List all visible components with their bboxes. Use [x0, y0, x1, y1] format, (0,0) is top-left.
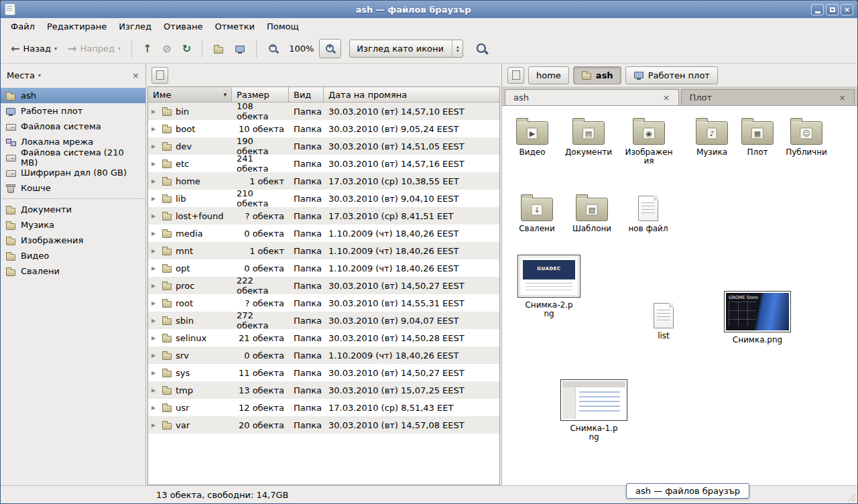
search-button[interactable] — [471, 40, 492, 58]
expander-icon[interactable]: ▶ — [151, 109, 158, 115]
sidebar-item-encrypted-80gb[interactable]: Шифриран дял (80 GB) — [1, 165, 145, 180]
table-row[interactable]: ▶dev190 обектаПапка30.03.2010 (вт) 14,51… — [148, 137, 499, 155]
menu-item[interactable]: Отиване — [158, 19, 208, 34]
table-row[interactable]: ▶selinux21 обектаПапка30.03.2010 (вт) 14… — [148, 329, 499, 346]
column-header-modified[interactable]: Дата на промяна — [324, 87, 499, 103]
reload-button[interactable]: ↻ — [178, 40, 196, 58]
expander-icon[interactable]: ▶ — [151, 335, 158, 341]
sidebar-item-desktop[interactable]: Работен плот — [1, 103, 145, 119]
forward-button[interactable]: → Напред ▾ — [63, 40, 125, 58]
menu-item[interactable]: Отметки — [208, 19, 260, 34]
icon-item[interactable]: Снимка-1.png — [557, 379, 631, 442]
icon-item[interactable]: ↓Свалени — [510, 193, 564, 233]
column-header-name[interactable]: Име ▾ — [148, 87, 232, 103]
minimize-button[interactable] — [811, 4, 824, 15]
expander-icon[interactable]: ▶ — [151, 318, 158, 324]
expander-icon[interactable]: ▶ — [151, 283, 158, 289]
icon-item[interactable]: ▧Шаблони — [565, 193, 619, 233]
table-row[interactable]: ▶opt0 обектаПапка1.10.2009 (чт) 18,40,26… — [148, 259, 499, 277]
expander-icon[interactable]: ▶ — [151, 300, 158, 306]
icon-item[interactable]: ▦Плот — [731, 117, 784, 157]
icon-item[interactable]: ☺Публични — [780, 117, 833, 157]
icon-item[interactable]: ◉Изображения — [620, 117, 678, 166]
expander-icon[interactable]: ▶ — [151, 353, 158, 359]
table-row[interactable]: ▶tmp13 обектаПапка30.03.2010 (вт) 15,07,… — [148, 381, 499, 399]
sidebar-item-ash[interactable]: ash — [1, 88, 145, 103]
column-header-size[interactable]: Размер — [232, 87, 289, 103]
menu-item[interactable]: Помощ — [261, 19, 305, 34]
table-row[interactable]: ▶sbin272 обектаПапка30.03.2010 (вт) 9,04… — [148, 312, 499, 329]
tab-close-icon[interactable]: × — [839, 92, 846, 103]
expander-icon[interactable]: ▶ — [151, 231, 158, 237]
sidebar-item-downloads[interactable]: Свалени — [1, 263, 145, 279]
column-header-type[interactable]: Вид — [289, 87, 324, 103]
close-button[interactable]: × — [841, 4, 853, 15]
chevron-down-icon[interactable]: ▾ — [118, 46, 121, 52]
menu-item[interactable]: Изглед — [113, 19, 158, 34]
home-button[interactable] — [208, 40, 229, 58]
expander-icon[interactable]: ▶ — [151, 126, 158, 132]
icon-item[interactable]: нов файл — [621, 193, 675, 233]
breadcrumb-button[interactable]: ash — [573, 66, 621, 84]
table-row[interactable]: ▶srv0 обектаПапка1.10.2009 (чт) 18,40,26… — [148, 346, 499, 364]
sidebar-item-video[interactable]: Видео — [1, 248, 145, 263]
sidebar-item-trash[interactable]: Кошче — [1, 180, 145, 196]
computer-button[interactable] — [230, 40, 250, 58]
tab-close-icon[interactable]: × — [663, 92, 670, 103]
table-row[interactable]: ▶var20 обектаПапка30.03.2010 (вт) 14,57,… — [148, 416, 499, 434]
icon-view[interactable]: ▶Видео▤Документи◉Изображения♪Музика▦Плот… — [502, 106, 857, 485]
tab[interactable]: Плот× — [681, 89, 855, 105]
breadcrumb-button[interactable]: Работен плот — [625, 66, 718, 84]
icon-item[interactable]: ▶Видео — [505, 117, 559, 157]
table-row[interactable]: ▶root? обектаПапка30.03.2010 (вт) 14,55,… — [148, 294, 499, 312]
table-row[interactable]: ▶boot10 обектаПапка30.03.2010 (вт) 9,05,… — [148, 120, 499, 137]
zoom-in-button[interactable]: + — [319, 39, 341, 58]
expander-icon[interactable]: ▶ — [151, 422, 158, 428]
tab[interactable]: ash× — [505, 89, 679, 105]
icon-item[interactable]: GNOME StoreСнимка.png — [721, 291, 794, 344]
table-row[interactable]: ▶proc222 обектаПапка30.03.2010 (вт) 14,5… — [148, 277, 499, 294]
pane-location-button[interactable] — [151, 67, 168, 84]
expander-icon[interactable]: ▶ — [151, 213, 158, 219]
sidebar-item-music[interactable]: Музика — [1, 217, 145, 233]
titlebar[interactable]: ash — файлов браузър × — [1, 1, 857, 18]
expander-icon[interactable]: ▶ — [151, 161, 158, 167]
table-row[interactable]: ▶mnt1 обектПапка1.10.2009 (чт) 18,40,26 … — [148, 242, 499, 259]
menu-item[interactable]: Редактиране — [41, 19, 113, 34]
icon-item[interactable]: GUADECСнимка-2.png — [512, 255, 586, 318]
icon-item[interactable]: list — [637, 300, 690, 340]
breadcrumb-button[interactable]: home — [528, 66, 569, 84]
chevron-down-icon[interactable]: ▾ — [38, 72, 41, 78]
table-row[interactable]: ▶lost+found? обектаПапка17.03.2010 (ср) … — [148, 207, 499, 225]
expander-icon[interactable]: ▶ — [151, 178, 158, 184]
stop-button[interactable]: ⊘ — [158, 40, 176, 58]
table-row[interactable]: ▶home1 обектПапка17.03.2010 (ср) 10,38,5… — [148, 172, 499, 190]
pane-location-button[interactable] — [507, 67, 524, 84]
sidebar-item-filesystem-210mb[interactable]: Файлова система (210 MB) — [1, 149, 145, 165]
icon-item[interactable]: ▤Документи — [562, 117, 615, 157]
view-mode-select[interactable]: Изглед като икони ▴▾ — [349, 40, 463, 58]
back-button[interactable]: ← Назад ▾ — [6, 40, 62, 58]
table-row[interactable]: ▶lib210 обектаПапка30.03.2010 (вт) 9,04,… — [148, 190, 499, 207]
table-row[interactable]: ▶etc241 обектаПапка30.03.2010 (вт) 14,57… — [148, 155, 499, 172]
table-row[interactable]: ▶media0 обектаПапка1.10.2009 (чт) 18,40,… — [148, 225, 499, 242]
table-row[interactable]: ▶bin108 обектаПапка30.03.2010 (вт) 14,57… — [148, 103, 499, 120]
expander-icon[interactable]: ▶ — [151, 143, 158, 149]
zoom-out-button[interactable]: − — [263, 40, 284, 58]
expander-icon[interactable]: ▶ — [151, 248, 158, 254]
expander-icon[interactable]: ▶ — [151, 405, 158, 411]
expander-icon[interactable]: ▶ — [151, 387, 158, 393]
sidebar-item-pictures[interactable]: Изображения — [1, 233, 145, 248]
maximize-button[interactable] — [826, 4, 839, 15]
sidebar-item-filesystem[interactable]: Файлова система — [1, 119, 145, 134]
expander-icon[interactable]: ▶ — [151, 196, 158, 202]
table-row[interactable]: ▶usr12 обектаПапка17.03.2010 (ср) 8,51,4… — [148, 399, 499, 416]
sidebar-item-documents[interactable]: Документи — [1, 202, 145, 217]
table-row[interactable]: ▶sys11 обектаПапка30.03.2010 (вт) 14,50,… — [148, 364, 499, 381]
up-button[interactable]: ↑ — [138, 40, 156, 58]
menu-item[interactable]: Файл — [5, 19, 41, 34]
chevron-down-icon[interactable]: ▾ — [54, 46, 57, 52]
expander-icon[interactable]: ▶ — [151, 265, 158, 271]
expander-icon[interactable]: ▶ — [151, 370, 158, 376]
sidebar-close-icon[interactable]: × — [132, 70, 139, 80]
